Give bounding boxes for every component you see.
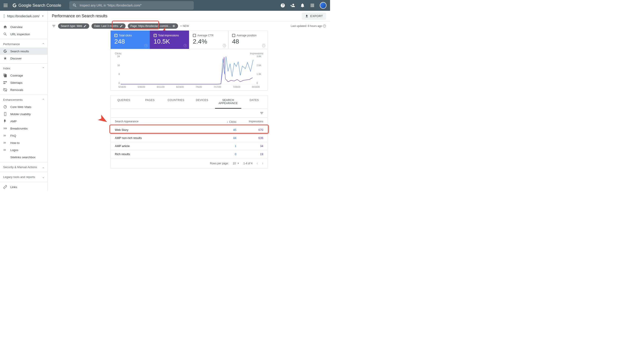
pagination-range: 1-4 of 4 (243, 162, 252, 165)
nav-coverage[interactable]: Coverage (0, 72, 48, 79)
nav-section-enhancements[interactable]: Enhancements⌃ (0, 96, 48, 103)
performance-chart: Clicks Impressions 241680 3.8K2.5K1.3K0 (110, 49, 268, 91)
nav-sitemaps[interactable]: Sitemaps (0, 79, 48, 86)
property-selector[interactable]: https://brodieclark.com/ ▼ (0, 11, 48, 22)
nav-section-performance[interactable]: Performance⌃ (0, 41, 48, 48)
add-filter[interactable]: + NEW (180, 25, 189, 28)
svg-text:?: ? (145, 45, 146, 47)
nav-sitelinks[interactable]: Sitelinks searchbox (0, 154, 48, 161)
apps-icon[interactable] (310, 3, 315, 8)
annotation-arrow-2 (85, 106, 110, 127)
rows-per-page-select[interactable]: 10 ▼ (233, 162, 239, 165)
tab-dates[interactable]: DATES (241, 95, 267, 109)
nav-discover[interactable]: Discover (0, 55, 48, 62)
help-icon[interactable]: ? (184, 44, 187, 47)
chip-page-filter[interactable]: Page: https://brodieclark.com/st… (128, 23, 178, 29)
metric-avg-ctr[interactable]: Average CTR 2.4% ? (189, 31, 228, 49)
page-title: Performance on Search results (52, 14, 108, 19)
nav-url-inspection[interactable]: URL inspection (0, 31, 48, 38)
nav-howto[interactable]: How-to (0, 139, 48, 146)
table-row[interactable]: Rich results019 (111, 150, 267, 158)
nav-logos[interactable]: Logos (0, 146, 48, 154)
nav-removals[interactable]: Removals (0, 86, 48, 93)
user-add-icon[interactable] (290, 3, 295, 8)
tab-devices[interactable]: DEVICES (189, 95, 215, 109)
table-filter-icon[interactable] (260, 111, 264, 115)
nav-breadcrumbs[interactable]: Breadcrumbs (0, 125, 48, 132)
close-icon (172, 25, 175, 28)
url-inspect-search[interactable]: Inspect any URL in "https://brodieclark.… (69, 1, 194, 10)
search-placeholder: Inspect any URL in "https://brodieclark.… (80, 4, 142, 7)
help-icon[interactable]: ? (144, 44, 148, 47)
app-logo: Google Search Console (12, 3, 61, 8)
metric-avg-position[interactable]: Average position 48 ? (228, 31, 268, 49)
svg-text:?: ? (324, 25, 325, 27)
help-icon[interactable]: ? (223, 44, 226, 47)
nav-links[interactable]: Links (0, 183, 48, 191)
nav-overview[interactable]: Overview (0, 23, 48, 31)
help-icon[interactable]: ? (262, 44, 266, 47)
menu-icon[interactable] (4, 3, 9, 8)
avatar[interactable] (320, 2, 326, 9)
table-header: Search Appearance ↓ Clicks Impressions (111, 117, 267, 126)
tab-countries[interactable]: COUNTRIES (163, 95, 189, 109)
prev-page-button[interactable]: ‹ (256, 161, 258, 166)
export-button[interactable]: EXPORT (302, 13, 326, 20)
last-updated: Last updated: 8 hours ago? (291, 25, 326, 28)
svg-text:?: ? (224, 45, 225, 47)
svg-rect-1 (4, 113, 6, 116)
tab-queries[interactable]: QUERIES (111, 95, 137, 109)
app-title: Google Search Console (18, 3, 61, 8)
next-page-button[interactable]: › (262, 161, 263, 166)
chip-date[interactable]: Date: Last 3 months (92, 23, 125, 29)
nav-section-security[interactable]: Security & Manual Actions⌄ (0, 164, 48, 171)
svg-text:?: ? (184, 45, 186, 47)
chevron-down-icon: ▼ (42, 15, 44, 17)
svg-text:?: ? (263, 45, 264, 47)
nav-faq[interactable]: FAQ (0, 132, 48, 139)
table-row[interactable]: AMP article134 (111, 142, 267, 150)
nav-amp[interactable]: AMP (0, 118, 48, 125)
nav-cwv[interactable]: Core Web Vitals (0, 103, 48, 110)
bell-icon[interactable] (300, 3, 305, 8)
nav-search-results[interactable]: Search results (0, 48, 48, 55)
nav-section-legacy[interactable]: Legacy tools and reports⌄ (0, 174, 48, 180)
metric-total-clicks[interactable]: Total clicks 248 ? (110, 31, 150, 49)
table-row[interactable]: Web Story45670 (111, 126, 267, 134)
tab-pages[interactable]: PAGES (137, 95, 163, 109)
nav-mobile[interactable]: Mobile Usability (0, 110, 48, 118)
nav-section-index[interactable]: Index⌃ (0, 65, 48, 72)
filter-icon[interactable] (52, 24, 56, 28)
chip-search-type[interactable]: Search type: Web (58, 23, 89, 29)
table-row[interactable]: AMP non-rich results44636 (111, 134, 267, 142)
tab-search-appearance[interactable]: SEARCH APPEARANCE (215, 95, 241, 109)
help-icon[interactable] (280, 3, 285, 8)
metric-total-impressions[interactable]: Total impressions 10.5K ? (150, 31, 189, 49)
